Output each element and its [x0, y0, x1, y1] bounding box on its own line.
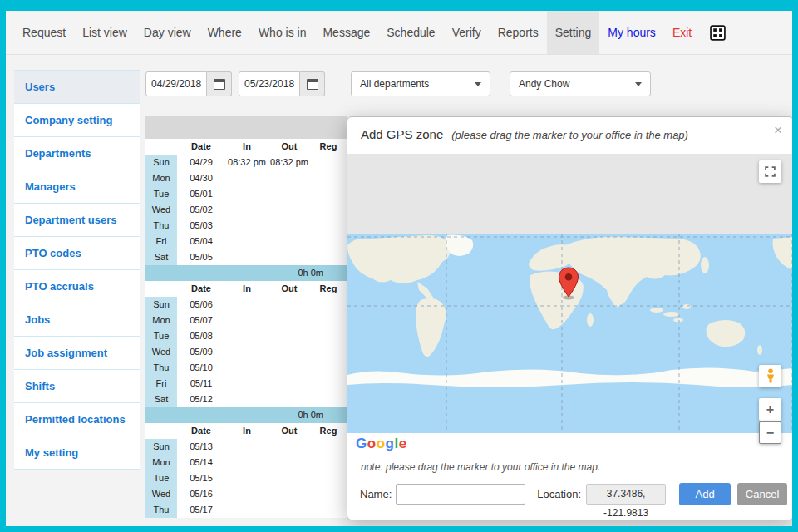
- sidebar-item-jobs[interactable]: Jobs: [14, 303, 140, 337]
- date-cell: 05/03: [177, 218, 225, 234]
- date-cell: 05/13: [177, 439, 225, 455]
- day-cell: Wed: [145, 202, 177, 218]
- date-cell: 05/16: [177, 486, 225, 502]
- date-cell: 05/01: [177, 186, 225, 202]
- nav-item-day-view[interactable]: Day view: [135, 11, 200, 54]
- dialog-header: Add GPS zone(please drag the marker to y…: [347, 117, 793, 142]
- date-cell: 05/10: [177, 360, 225, 376]
- google-map[interactable]: + − Google: [347, 154, 793, 453]
- day-cell: Thu: [145, 360, 177, 376]
- sidebar-item-department-users[interactable]: Department users: [14, 204, 140, 237]
- settings-sidebar: Users Company setting Departments Manage…: [14, 70, 140, 470]
- location-label: Location:: [537, 488, 581, 500]
- calendar-icon: [307, 79, 318, 90]
- nav-item-setting[interactable]: Setting: [547, 11, 600, 54]
- day-cell: Tue: [145, 186, 177, 202]
- nav-item-message[interactable]: Message: [314, 11, 378, 54]
- table-row: Sat 05/12: [145, 392, 347, 407]
- in-cell: 08:32 pm: [225, 155, 268, 170]
- week-header-row: Date In Out Reg: [145, 423, 347, 439]
- col-in: In: [225, 139, 268, 155]
- zoom-in-button[interactable]: +: [759, 398, 781, 421]
- table-row: Sat 05/05: [145, 249, 347, 265]
- scan-icon[interactable]: [710, 25, 726, 41]
- close-icon[interactable]: ×: [774, 122, 782, 139]
- timesheet-table: Date In Out Reg Sun 04/29 08:32 pm 08:32…: [145, 116, 347, 518]
- dialog-title: Add GPS zone: [361, 127, 443, 141]
- date-to-calendar-button[interactable]: [300, 71, 325, 96]
- dialog-subtitle: (please drag the marker to your office i…: [451, 129, 688, 141]
- google-logo[interactable]: Google: [356, 436, 407, 452]
- cancel-button[interactable]: Cancel: [737, 483, 787, 505]
- sidebar-item-company-setting[interactable]: Company setting: [14, 104, 140, 137]
- date-cell: 04/29: [177, 155, 225, 170]
- col-out: Out: [268, 139, 310, 155]
- day-cell: Sun: [145, 297, 177, 313]
- nav-item-my-hours[interactable]: My hours: [599, 11, 664, 54]
- date-cell: 04/30: [177, 170, 225, 186]
- table-row: Fri 05/04: [145, 234, 347, 249]
- date-from-calendar-button[interactable]: [207, 71, 232, 96]
- table-row: Wed 05/16: [145, 486, 347, 502]
- day-cell: Tue: [145, 470, 177, 486]
- nav-item-exit[interactable]: Exit: [664, 11, 700, 54]
- date-cell: 05/08: [177, 328, 225, 344]
- date-cell: 05/17: [177, 502, 225, 518]
- sidebar-item-managers[interactable]: Managers: [14, 170, 140, 204]
- chevron-down-icon: [475, 82, 481, 86]
- week-total-row: 0h 0m: [145, 265, 347, 281]
- timesheet-header-band: [145, 116, 347, 139]
- nav-item-reports[interactable]: Reports: [490, 11, 547, 54]
- date-to-group: [239, 71, 325, 96]
- dialog-note: note: please drag the marker to your off…: [361, 461, 600, 473]
- nav-item-verify[interactable]: Verify: [444, 11, 490, 54]
- date-from-input[interactable]: [145, 71, 207, 96]
- table-row: Wed 05/09: [145, 344, 347, 360]
- dialog-form: Name: Location: 37.3486, -121.9813 Add C…: [347, 483, 793, 505]
- week-total-row: 0h 0m: [145, 407, 347, 423]
- calendar-icon: [214, 79, 225, 90]
- nav-item-list-view[interactable]: List view: [74, 11, 135, 54]
- sidebar-item-pto-accruals[interactable]: PTO accruals: [14, 270, 140, 303]
- table-row: Sun 05/13: [145, 439, 347, 455]
- sidebar-item-users[interactable]: Users: [14, 71, 140, 104]
- date-cell: 05/14: [177, 455, 225, 470]
- nav-item-request[interactable]: Request: [14, 11, 74, 54]
- col-date: Date: [177, 139, 225, 155]
- sidebar-item-permitted-locations[interactable]: Permitted locations: [14, 403, 140, 436]
- date-cell: 05/09: [177, 344, 225, 360]
- day-cell: Thu: [145, 502, 177, 518]
- sidebar-item-shifts[interactable]: Shifts: [14, 370, 140, 403]
- employee-select-value: Andy Chow: [519, 78, 569, 90]
- date-cell: 05/12: [177, 392, 225, 407]
- zoom-out-button[interactable]: −: [759, 421, 781, 444]
- employee-select[interactable]: Andy Chow: [510, 71, 651, 96]
- add-button[interactable]: Add: [679, 483, 731, 505]
- day-cell: Fri: [145, 234, 177, 249]
- table-row: Tue 05/08: [145, 328, 347, 344]
- world-map-graphic: [347, 234, 793, 433]
- table-row: Sun 05/06: [145, 297, 347, 313]
- day-cell: Wed: [145, 344, 177, 360]
- day-cell: Sat: [145, 249, 177, 265]
- date-cell: 05/15: [177, 470, 225, 486]
- table-row: Thu 05/03: [145, 218, 347, 234]
- table-row: Mon 05/07: [145, 313, 347, 328]
- location-value-field[interactable]: 37.3486, -121.9813: [586, 484, 666, 505]
- fullscreen-icon[interactable]: [759, 160, 781, 183]
- nav-item-where[interactable]: Where: [200, 11, 250, 54]
- pegman-icon[interactable]: [759, 365, 781, 387]
- sidebar-item-my-setting[interactable]: My setting: [14, 436, 140, 470]
- day-cell: Thu: [145, 218, 177, 234]
- sidebar-item-job-assignment[interactable]: Job assignment: [14, 337, 140, 370]
- nav-item-who-is-in[interactable]: Who is in: [250, 11, 315, 54]
- sidebar-item-departments[interactable]: Departments: [14, 137, 140, 170]
- nav-item-schedule[interactable]: Schedule: [378, 11, 443, 54]
- date-to-input[interactable]: [239, 71, 300, 96]
- name-input[interactable]: [396, 484, 525, 505]
- department-select[interactable]: All departments: [351, 71, 490, 96]
- sidebar-item-pto-codes[interactable]: PTO codes: [14, 237, 140, 270]
- map-marker[interactable]: [558, 267, 579, 303]
- table-row: Tue 05/15: [145, 470, 347, 486]
- map-bottom-strip: [347, 433, 793, 453]
